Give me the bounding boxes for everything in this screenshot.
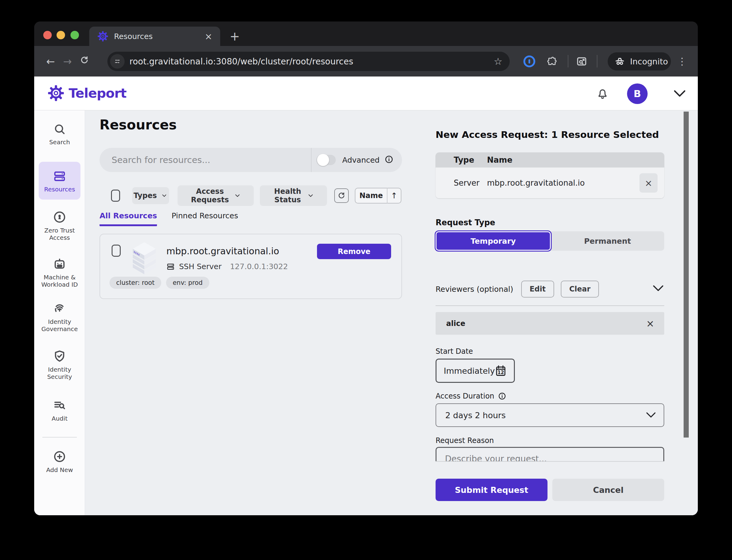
sidebar-item-machine-workload-id[interactable]: Machine & Workload ID <box>34 257 85 288</box>
reviewers-edit-button[interactable]: Edit <box>521 281 554 298</box>
sidebar-item-add-new[interactable]: Add New <box>34 450 85 474</box>
request-type-temporary[interactable]: Temporary <box>436 231 551 251</box>
browser-tab[interactable]: Resources × <box>89 27 220 46</box>
request-type-label: Request Type <box>436 218 664 227</box>
brand-name: Teleport <box>69 86 126 101</box>
access-requests-filter-button[interactable]: Access Requests <box>177 185 254 206</box>
maximize-window-button[interactable] <box>70 31 79 39</box>
resource-address: 127.0.0.1:3022 <box>230 262 288 271</box>
refresh-icon <box>337 191 346 200</box>
browser-toolbar: ← → root.gravitational.io:3080/web/clust… <box>34 46 698 77</box>
minimize-window-button[interactable] <box>57 31 65 39</box>
reviewer-name: alice <box>446 319 465 328</box>
advanced-toggle[interactable] <box>316 155 336 165</box>
chevron-down-icon <box>307 192 314 199</box>
teleport-gear-icon <box>47 85 64 102</box>
remove-button[interactable]: Remove <box>317 244 391 259</box>
toolbar-divider <box>568 55 568 67</box>
start-date-input[interactable]: Immediately 12 <box>436 359 515 383</box>
remove-selected-resource-button[interactable]: × <box>639 173 658 193</box>
sort-button[interactable]: Name ↑ <box>355 188 402 203</box>
search-placeholder[interactable]: Search for resources... <box>112 155 311 165</box>
incognito-badge: Incognito <box>608 52 671 70</box>
sort-direction-icon[interactable]: ↑ <box>388 191 401 200</box>
resource-search-bar[interactable]: Search for resources... Advanced <box>99 148 402 172</box>
select-all-checkbox[interactable] <box>111 190 120 202</box>
sidebar-item-resources[interactable]: Resources <box>39 162 80 200</box>
row-name: mbp.root.gravitational.io <box>487 178 664 187</box>
cancel-button[interactable]: Cancel <box>552 479 664 501</box>
side-panel-search-icon[interactable] <box>576 46 588 77</box>
resource-name[interactable]: mbp.root.gravitational.io <box>166 246 279 256</box>
password-manager-icon[interactable] <box>523 46 536 77</box>
reviewer-item: alice × <box>436 312 664 335</box>
back-icon[interactable]: ← <box>42 55 59 67</box>
close-window-button[interactable] <box>43 31 52 39</box>
col-header-name: Name <box>487 155 664 164</box>
browser-window: Resources × + ← → root.gravitational.io:… <box>34 21 698 515</box>
reviewers-chevron-down-icon[interactable] <box>652 284 664 294</box>
teleport-logo[interactable]: Teleport <box>47 85 126 102</box>
account-menu-chevron-down-icon[interactable] <box>673 89 686 100</box>
incognito-icon <box>614 56 625 67</box>
url-text[interactable]: root.gravitational.io:3080/web/cluster/r… <box>129 57 494 67</box>
tab-title: Resources <box>114 32 205 41</box>
sidebar-item-identity-governance[interactable]: Identity Governance <box>34 301 85 333</box>
start-date-value: Immediately <box>444 366 495 376</box>
request-reason-clip: Describe your request... <box>436 447 664 461</box>
sidebar-item-zero-trust-access[interactable]: Zero Trust Access <box>34 210 85 242</box>
chevron-down-icon <box>646 411 656 419</box>
selected-resources-table: Type Name Server mbp.root.gravitational.… <box>436 152 664 198</box>
main-area: Resources Search for resources... Advanc… <box>85 110 698 515</box>
reviewers-clear-button[interactable]: Clear <box>561 281 599 298</box>
refresh-button[interactable] <box>334 188 349 203</box>
health-status-filter-button[interactable]: Health Status <box>260 185 327 206</box>
forward-icon[interactable]: → <box>59 55 76 67</box>
request-reason-textarea[interactable]: Describe your request... <box>436 447 664 461</box>
toolbar-divider <box>597 55 597 67</box>
resource-card[interactable]: mbp.root.gravitational.io SSH Server 127… <box>99 234 402 299</box>
row-type: Server <box>436 178 487 187</box>
sidebar-item-search[interactable]: Search <box>34 122 85 146</box>
search-icon <box>53 122 66 136</box>
remove-reviewer-icon[interactable]: × <box>646 318 654 329</box>
access-duration-select[interactable]: 2 days 2 hours <box>436 403 664 427</box>
robot-icon <box>53 257 67 271</box>
site-info-icon[interactable] <box>110 54 125 69</box>
reload-icon[interactable] <box>76 55 93 67</box>
request-reason-label: Request Reason <box>436 436 664 445</box>
page-content: Search Resources Zero Trust Access <box>34 110 698 515</box>
tag-cluster[interactable]: cluster: root <box>109 277 161 289</box>
tag-env[interactable]: env: prod <box>166 277 209 289</box>
new-tab-button[interactable]: + <box>226 28 243 44</box>
resource-kind: SSH Server <box>179 262 221 271</box>
sidebar-item-audit[interactable]: Audit <box>34 398 85 422</box>
request-type-permanent[interactable]: Permanent <box>551 231 664 251</box>
extensions-puzzle-icon[interactable] <box>546 46 558 77</box>
address-bar[interactable]: root.gravitational.io:3080/web/cluster/r… <box>107 52 510 71</box>
incognito-label: Incognito <box>630 57 668 66</box>
advanced-info-icon[interactable] <box>385 155 394 165</box>
sidebar-nav: Search Resources Zero Trust Access <box>34 110 85 515</box>
types-filter-button[interactable]: Types <box>132 187 169 204</box>
shield-check-icon <box>53 349 67 363</box>
bookmark-star-icon[interactable]: ☆ <box>494 56 503 67</box>
browser-menu-icon[interactable]: ⋮ <box>677 46 687 77</box>
start-date-label: Start Date <box>436 347 664 356</box>
servers-icon <box>53 170 66 183</box>
duration-info-icon[interactable] <box>498 392 506 400</box>
advanced-label: Advanced <box>342 156 380 164</box>
close-tab-icon[interactable]: × <box>205 31 212 42</box>
resource-checkbox[interactable] <box>112 245 121 257</box>
resources-tabs: All Resources Pinned Resources <box>99 211 238 226</box>
user-avatar[interactable]: B <box>627 83 648 104</box>
page-scrollbar[interactable] <box>684 112 689 438</box>
tab-all-resources[interactable]: All Resources <box>99 211 157 226</box>
notifications-bell-icon[interactable] <box>596 86 610 102</box>
request-type-segmented-control: Temporary Permanent <box>436 231 664 251</box>
tab-pinned-resources[interactable]: Pinned Resources <box>171 211 238 226</box>
submit-request-button[interactable]: Submit Request <box>436 479 548 501</box>
resource-tags: cluster: root env: prod <box>109 277 209 289</box>
sidebar-item-identity-security[interactable]: Identity Security <box>34 349 85 381</box>
sidebar-divider <box>42 437 77 438</box>
